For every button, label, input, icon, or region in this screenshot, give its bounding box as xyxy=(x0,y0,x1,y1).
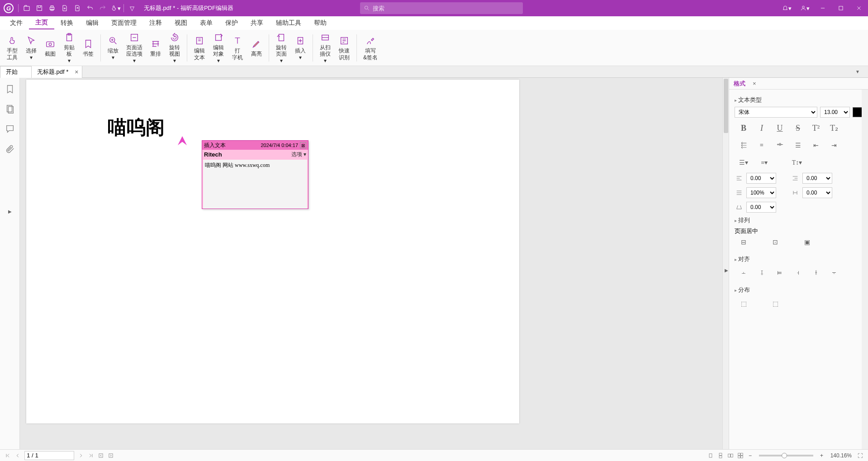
panel-scrollbar[interactable] xyxy=(862,90,868,449)
char-spacing-select[interactable]: 0.00 xyxy=(802,187,832,198)
menu-辅助工具[interactable]: 辅助工具 xyxy=(270,17,308,29)
ribbon-highlight[interactable]: 高亮 xyxy=(247,37,266,58)
font-size-select[interactable]: 13.00 xyxy=(820,107,850,118)
align-justify-icon[interactable]: ☰ xyxy=(789,138,807,152)
sidebar-expand-icon[interactable]: ▶ xyxy=(8,209,12,214)
last-page-icon[interactable] xyxy=(86,451,96,461)
redo-icon[interactable] xyxy=(96,2,109,14)
view-cont-icon[interactable] xyxy=(716,451,726,461)
ribbon-scanner[interactable]: 从扫 描仪 ▾ xyxy=(316,31,335,65)
format-close-icon[interactable]: × xyxy=(753,80,756,87)
print-icon[interactable] xyxy=(46,2,58,14)
center-both-icon[interactable]: ▣ xyxy=(798,235,816,249)
align-right-icon[interactable]: ⫢ xyxy=(771,266,789,280)
align-left-icon[interactable]: ⫠ xyxy=(735,266,753,280)
format-bold[interactable]: B xyxy=(735,121,753,135)
zoom-slider[interactable] xyxy=(759,455,813,456)
view-facing-icon[interactable] xyxy=(726,451,735,461)
nav-fwd-icon[interactable] xyxy=(106,451,116,461)
document-text[interactable]: 喵呜阁 xyxy=(108,115,165,140)
annotation-options[interactable]: 选项 ▾ xyxy=(291,151,306,158)
doc-add-icon[interactable] xyxy=(58,2,71,14)
menu-共享[interactable]: 共享 xyxy=(244,17,270,29)
ribbon-bookmark[interactable]: 书签 xyxy=(79,37,98,58)
ribbon-clipboard[interactable]: 剪贴 板 ▾ xyxy=(60,31,79,65)
ribbon-camera[interactable]: 截图 xyxy=(41,37,60,58)
format-italic[interactable]: I xyxy=(753,121,771,135)
ribbon-type[interactable]: 打 字机 xyxy=(228,34,247,62)
annotation-close-icon[interactable]: ⊠ xyxy=(300,142,306,148)
search-input[interactable] xyxy=(373,5,519,12)
document-viewport[interactable]: 喵呜阁 插入文本 2024/7/4 0:04:17 ⊠ Ritech 选项 ▾ … xyxy=(20,78,729,449)
comments-panel-icon[interactable] xyxy=(5,124,15,134)
close-button[interactable] xyxy=(850,0,868,16)
align-left-icon[interactable]: ⬱ xyxy=(735,138,753,152)
bullet-list-icon[interactable]: ☰▾ xyxy=(735,156,753,169)
tabs-dropdown-icon[interactable]: ▼ xyxy=(855,69,860,74)
ribbon-rotate-page[interactable]: 旋转 页面 ▾ xyxy=(272,31,291,65)
ribbon-edit-obj[interactable]: 编辑 对象 ▾ xyxy=(209,31,228,65)
format-strike[interactable]: S xyxy=(789,121,807,135)
user-icon[interactable]: ▾ xyxy=(796,0,814,16)
save-icon[interactable] xyxy=(33,2,46,14)
tab-start[interactable]: 开始 xyxy=(0,66,32,78)
tab-document[interactable]: 无标题.pdf * × xyxy=(32,66,82,78)
minimize-button[interactable] xyxy=(814,0,832,16)
ribbon-edit-text[interactable]: 编辑 文本 xyxy=(190,34,209,62)
align-indent-l-icon[interactable]: ⇤ xyxy=(807,138,825,152)
menu-编辑[interactable]: 编辑 xyxy=(80,17,105,29)
view-cont-facing-icon[interactable] xyxy=(735,451,745,461)
menu-主页[interactable]: 主页 xyxy=(29,17,54,29)
touch-icon[interactable]: ▾ xyxy=(109,2,122,14)
align-right-icon[interactable]: ⬲ xyxy=(771,138,789,152)
align-center-icon[interactable]: ≡ xyxy=(753,138,771,152)
panel-collapse-icon[interactable]: ▶ xyxy=(724,264,729,277)
menu-帮助[interactable]: 帮助 xyxy=(308,17,333,29)
annotation-popup[interactable]: 插入文本 2024/7/4 0:04:17 ⊠ Ritech 选项 ▾ 喵呜阁 … xyxy=(202,140,308,209)
format-super[interactable]: T² xyxy=(807,121,825,135)
doc-exp-icon[interactable] xyxy=(71,2,84,14)
format-tab[interactable]: 格式 xyxy=(734,80,745,88)
ribbon-hand[interactable]: 手型 工具 xyxy=(3,34,22,62)
first-page-icon[interactable] xyxy=(3,451,13,461)
menu-转换[interactable]: 转换 xyxy=(54,17,80,29)
search-box[interactable] xyxy=(360,2,523,14)
align-indent-r-icon[interactable]: ⇥ xyxy=(825,138,843,152)
align-bottom-icon[interactable]: ⫟ xyxy=(825,266,843,280)
font-family-select[interactable]: 宋体 xyxy=(735,107,817,118)
menu-保护[interactable]: 保护 xyxy=(219,17,244,29)
attach-panel-icon[interactable] xyxy=(5,144,15,154)
page-input[interactable] xyxy=(24,451,74,460)
center-h-icon[interactable]: ⊟ xyxy=(735,235,753,249)
align-top-icon[interactable]: ⫞ xyxy=(789,266,807,280)
ribbon-fit[interactable]: 页面适 应选项 ▾ xyxy=(123,31,146,65)
next-page-icon[interactable] xyxy=(76,451,86,461)
distribute-v-icon[interactable]: ⬚ xyxy=(766,297,784,310)
ribbon-insert[interactable]: 插入 ▾ xyxy=(291,34,310,62)
align-center-h-icon[interactable]: ⫱ xyxy=(753,266,771,280)
tab-close-icon[interactable]: × xyxy=(75,68,78,76)
spacing-after-select[interactable]: 0.00 xyxy=(802,173,832,184)
menu-文件[interactable]: 文件 xyxy=(4,17,29,29)
menu-视图[interactable]: 视图 xyxy=(168,17,194,29)
insert-caret-icon[interactable] xyxy=(175,134,189,147)
zoom-out-icon[interactable]: − xyxy=(745,451,755,461)
prev-page-icon[interactable] xyxy=(13,451,23,461)
quick-access-dd-icon[interactable]: ▽ xyxy=(126,2,138,14)
bookmark-panel-icon[interactable] xyxy=(5,84,15,94)
notification-icon[interactable]: ▾ xyxy=(778,0,796,16)
ribbon-ocr[interactable]: 快速 识别 xyxy=(335,34,354,62)
center-v-icon[interactable]: ⊡ xyxy=(766,235,784,249)
distribute-h-icon[interactable]: ⬚ xyxy=(735,297,753,310)
menu-页面管理[interactable]: 页面管理 xyxy=(105,17,143,29)
ribbon-rotate[interactable]: 旋转 视图 ▾ xyxy=(165,31,184,65)
fullscreen-icon[interactable] xyxy=(855,451,865,461)
zoom-in-icon[interactable]: + xyxy=(817,451,827,461)
align-middle-icon[interactable]: ⫲ xyxy=(807,266,825,280)
annotation-header[interactable]: 插入文本 2024/7/4 0:04:17 ⊠ xyxy=(202,141,308,150)
menu-表单[interactable]: 表单 xyxy=(194,17,219,29)
annotation-body[interactable]: 喵呜阁 网站 www.sxwq.com xyxy=(203,160,307,209)
format-underline[interactable]: U xyxy=(771,121,789,135)
text-direction-icon[interactable]: T↕▾ xyxy=(788,156,806,169)
ribbon-sign[interactable]: 填写 &签名 xyxy=(360,34,381,62)
